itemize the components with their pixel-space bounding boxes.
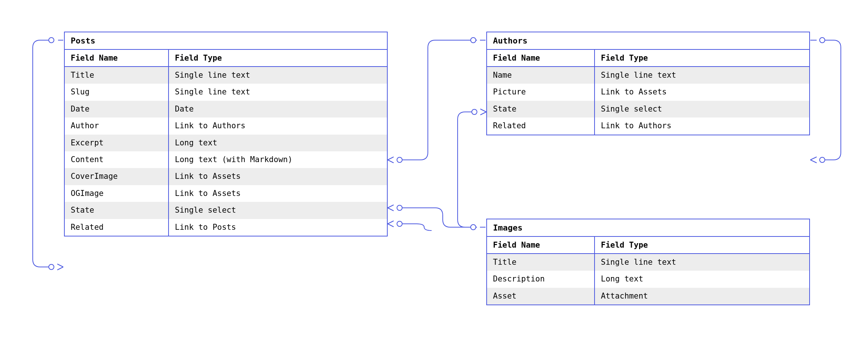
table-header-row: Field Name Field Type (65, 50, 387, 67)
table-row: Description Long text (487, 271, 809, 287)
table-title: Posts (65, 32, 387, 50)
table-row: Picture Link to Assets (487, 84, 809, 100)
svg-point-8 (471, 225, 476, 230)
svg-line-6 (388, 208, 394, 211)
svg-line-20 (810, 160, 817, 163)
svg-point-2 (397, 157, 402, 162)
table-row: CoverImage Link to Assets (65, 168, 387, 185)
rel-posts-author-to-authors (388, 38, 486, 163)
table-row: Content Long text (with Markdown) (65, 151, 387, 168)
header-field-name: Field Name (65, 50, 169, 66)
svg-line-1 (388, 160, 394, 163)
table-row: Name Single line text (487, 67, 809, 84)
table-authors: Authors Field Name Field Type Name Singl… (486, 32, 810, 135)
svg-line-10 (388, 221, 394, 224)
svg-point-12 (397, 221, 402, 226)
table-header-row: Field Name Field Type (487, 50, 809, 67)
header-field-name: Field Name (487, 50, 595, 66)
svg-point-21 (49, 38, 54, 43)
header-field-name: Field Name (487, 237, 595, 253)
svg-line-19 (810, 157, 817, 160)
table-title: Images (487, 219, 809, 237)
table-posts: Posts Field Name Field Type Title Single… (64, 32, 388, 236)
table-row: Related Link to Posts (65, 219, 387, 236)
svg-point-16 (820, 38, 825, 43)
svg-line-0 (388, 157, 394, 160)
table-images: Images Field Name Field Type Title Singl… (486, 219, 810, 305)
header-field-type: Field Type (595, 50, 809, 66)
rel-posts-ogimage-to-images (388, 221, 432, 231)
svg-line-14 (480, 112, 486, 115)
svg-point-15 (472, 109, 477, 115)
svg-point-7 (397, 205, 402, 210)
rel-posts-related-self (33, 38, 63, 270)
svg-point-18 (820, 157, 825, 162)
svg-line-25 (57, 267, 63, 270)
table-row: State Single select (65, 202, 387, 219)
rel-posts-coverimage-to-images (388, 205, 486, 230)
svg-point-23 (49, 264, 54, 270)
table-row: Asset Attachment (487, 288, 809, 305)
svg-line-11 (388, 224, 394, 227)
table-row: OGImage Link to Assets (65, 185, 387, 202)
svg-point-3 (471, 38, 476, 43)
header-field-type: Field Type (169, 50, 387, 66)
table-row: State Single select (487, 101, 809, 117)
table-row: Slug Single line text (65, 84, 387, 100)
svg-line-13 (480, 109, 486, 112)
table-row: Title Single line text (487, 254, 809, 271)
table-header-row: Field Name Field Type (487, 237, 809, 254)
table-row: Excerpt Long text (65, 135, 387, 151)
table-row: Related Link to Authors (487, 117, 809, 134)
header-field-type: Field Type (595, 237, 809, 253)
table-title: Authors (487, 32, 809, 50)
svg-line-24 (57, 264, 63, 267)
table-row: Title Single line text (65, 67, 387, 84)
rel-authors-picture-to-images (458, 109, 486, 227)
rel-authors-related-self (810, 38, 841, 163)
table-row: Author Link to Authors (65, 117, 387, 134)
svg-line-5 (388, 205, 394, 208)
table-row: Date Date (65, 101, 387, 117)
